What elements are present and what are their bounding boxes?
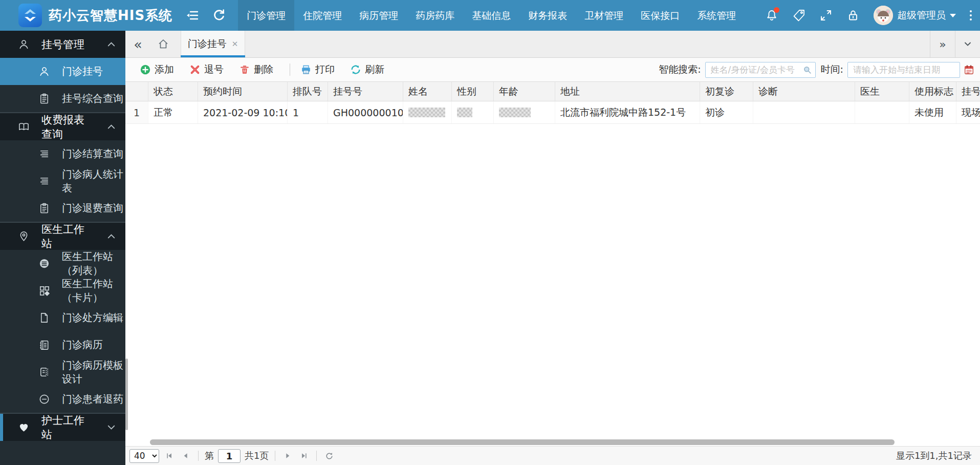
sidebar-item-label: 门诊挂号 [62, 65, 103, 78]
fullscreen-icon[interactable] [819, 9, 833, 22]
chevron-up-icon [105, 38, 117, 50]
col-address[interactable]: 地址 [555, 82, 700, 101]
toolbar-search-area: 智能搜索: 时间: [659, 62, 975, 78]
sidebar-item-refund-query[interactable]: 门诊退费查询 [0, 195, 125, 222]
tab-list-icon[interactable] [955, 31, 980, 57]
refresh-button-label: 刷新 [365, 63, 384, 76]
chevron-up-icon [105, 121, 117, 133]
sidebar-section-registration: 挂号管理 门诊挂号 挂号综合查询 [0, 31, 125, 112]
table-row[interactable]: 1 正常 2021-02-09 10:10:36 1 GH0000000102 … [125, 101, 980, 124]
lock-icon[interactable] [846, 9, 860, 22]
heart-icon [18, 421, 30, 433]
sidebar-item-patient-drug-return[interactable]: 门诊患者退药 [0, 386, 125, 413]
kebab-menu-icon[interactable] [970, 10, 972, 20]
tab-bar: « 门诊挂号 ✕ » [125, 31, 980, 58]
reload-icon[interactable] [323, 449, 335, 462]
next-page-icon[interactable] [281, 449, 294, 462]
table-empty-area [125, 124, 980, 438]
smart-search-input[interactable] [705, 62, 816, 78]
sidebar-item-outpatient-registration[interactable]: 门诊挂号 [0, 58, 125, 85]
sidebar-section-label: 挂号管理 [41, 37, 84, 52]
cell-visit-type: 初诊 [700, 101, 753, 123]
app-title: 药小云智慧HIS系统 [49, 7, 172, 25]
search-icon[interactable] [802, 65, 812, 75]
delete-button[interactable]: 删除 [239, 63, 273, 76]
pager-divider [198, 451, 199, 461]
notebook-icon [38, 339, 50, 351]
add-button[interactable]: 添加 [140, 63, 174, 76]
sidebar-item-emr-template-design[interactable]: 门诊病历模板设计 [0, 358, 125, 386]
tag-icon[interactable] [792, 9, 805, 22]
sidebar-section-header-nurse-station[interactable]: 护士工作站 [0, 414, 125, 441]
sidebar-item-outpatient-emr[interactable]: 门诊病历 [0, 331, 125, 358]
sidebar-scrollbar[interactable] [125, 358, 128, 430]
col-status[interactable]: 状态 [148, 82, 198, 101]
sidebar-item-settlement-query[interactable]: 门诊结算查询 [0, 140, 125, 167]
tab-close-icon[interactable]: ✕ [232, 40, 238, 48]
brand: 药小云智慧HIS系统 [0, 4, 172, 27]
menu-item-records[interactable]: 病历管理 [351, 0, 407, 31]
menu-item-inpatient[interactable]: 住院管理 [294, 0, 351, 31]
col-reg-no[interactable]: 挂号号 [328, 82, 403, 101]
last-page-icon[interactable] [298, 449, 310, 462]
menu-item-materials[interactable]: 卫材管理 [576, 0, 632, 31]
menu-item-outpatient[interactable]: 门诊管理 [238, 0, 294, 31]
home-icon[interactable] [150, 31, 176, 57]
current-page-input[interactable] [218, 449, 241, 463]
sidebar-item-label: 医生工作站（卡片） [62, 277, 125, 305]
main-menu: 门诊管理 住院管理 病历管理 药房药库 基础信息 财务报表 卫材管理 医保接口 … [238, 0, 745, 31]
collapse-tabs-icon[interactable]: « [125, 31, 150, 57]
cell-queue-no: 1 [288, 101, 328, 123]
sidebar-item-label: 门诊退费查询 [62, 201, 123, 215]
col-appt-time[interactable]: 预约时间 [198, 82, 288, 101]
print-button[interactable]: 打印 [300, 63, 335, 76]
sidebar-item-patient-stats[interactable]: 门诊病人统计表 [0, 167, 125, 195]
prev-page-icon[interactable] [180, 449, 192, 462]
horizontal-scrollbar-thumb[interactable] [150, 439, 895, 445]
menu-item-pharmacy[interactable]: 药房药库 [407, 0, 463, 31]
tab-outpatient-registration[interactable]: 门诊挂号 ✕ [181, 31, 245, 57]
refresh-page-icon[interactable] [212, 9, 226, 22]
sidebar-item-label: 门诊病历 [62, 338, 103, 352]
col-queue-no[interactable]: 排队号 [288, 82, 328, 101]
menu-item-insurance[interactable]: 医保接口 [632, 0, 688, 31]
col-use-flag[interactable]: 使用标志 [909, 82, 956, 101]
sidebar-item-label: 挂号综合查询 [62, 92, 123, 105]
calendar-icon[interactable] [963, 64, 975, 75]
cell-rownum: 1 [125, 101, 148, 123]
col-name[interactable]: 姓名 [403, 82, 452, 101]
col-visit-type[interactable]: 初复诊 [700, 82, 753, 101]
refresh-button[interactable]: 刷新 [350, 63, 384, 76]
sidebar-section-header-doctor-station[interactable]: 医生工作站 [0, 223, 125, 250]
sidebar-section-header-fee-reports[interactable]: 收费报表查询 [0, 113, 125, 140]
col-diagnosis[interactable]: 诊断 [753, 82, 855, 101]
sidebar-toggle-icon[interactable] [186, 9, 199, 22]
bell-icon[interactable] [765, 9, 778, 22]
cell-name-redacted [403, 101, 452, 123]
caret-down-icon [950, 14, 956, 17]
col-reg-source[interactable]: 挂号来源 [956, 82, 980, 101]
col-age[interactable]: 年龄 [494, 82, 555, 101]
user-name: 超级管理员 [897, 9, 946, 22]
sidebar-section-header-registration[interactable]: 挂号管理 [0, 31, 125, 58]
first-page-icon[interactable] [163, 449, 176, 462]
sidebar-item-doctor-station-card[interactable]: 医生工作站（卡片） [0, 277, 125, 304]
date-range-input[interactable] [847, 62, 960, 78]
menu-item-finance[interactable]: 财务报表 [519, 0, 576, 31]
col-doctor[interactable]: 医生 [855, 82, 909, 101]
sidebar-item-registration-query[interactable]: 挂号综合查询 [0, 85, 125, 112]
cancel-registration-button[interactable]: 退号 [189, 63, 224, 76]
sidebar-item-prescription-edit[interactable]: 门诊处方编辑 [0, 304, 125, 331]
cards-icon [38, 285, 50, 297]
cell-address: 北流市福利院城中路152-1号 [555, 101, 700, 123]
user-menu[interactable]: 超级管理员 [874, 6, 956, 25]
menu-item-system[interactable]: 系统管理 [688, 0, 745, 31]
col-gender[interactable]: 性别 [452, 82, 494, 101]
pagination-bar: 40 第 共1页 显示1到1,共1记录 [125, 446, 980, 465]
sidebar-item-label: 门诊病人统计表 [62, 167, 125, 195]
expand-tabs-icon[interactable]: » [930, 31, 955, 57]
notification-badge [774, 7, 779, 13]
menu-item-basic-info[interactable]: 基础信息 [463, 0, 519, 31]
page-size-select[interactable]: 40 [129, 449, 159, 463]
sidebar-item-doctor-station-list[interactable]: 医生工作站（列表） [0, 250, 125, 277]
